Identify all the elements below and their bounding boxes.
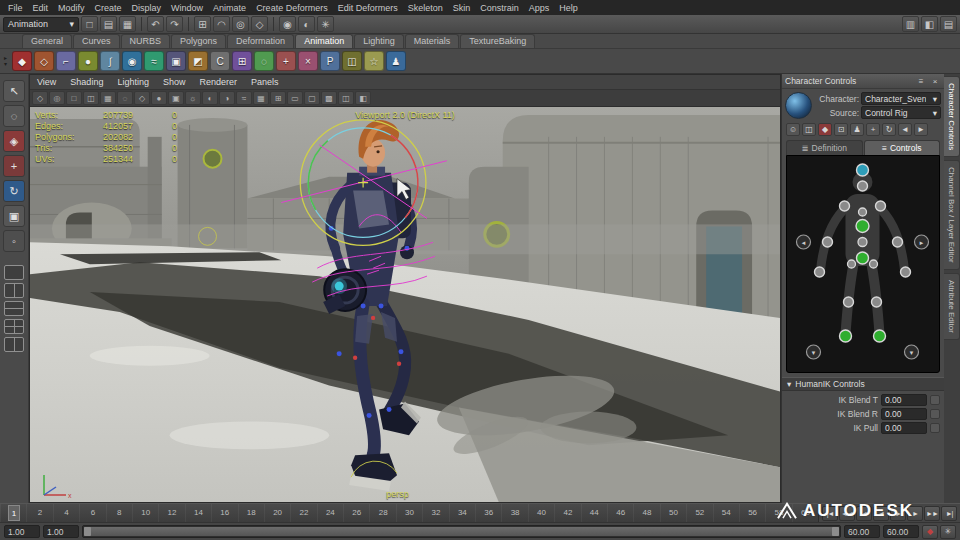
menu-help[interactable]: Help (554, 3, 583, 13)
paint-select-tool-icon[interactable]: ◈ (3, 130, 25, 152)
menu-create-deformers[interactable]: Create Deformers (251, 3, 333, 13)
shelf-pose-icon[interactable]: ☆ (364, 51, 384, 71)
snap-plane-icon[interactable]: ◇ (251, 16, 268, 32)
close-icon[interactable]: × (929, 75, 941, 87)
panel-menu-shading[interactable]: Shading (63, 77, 110, 87)
field-options-icon[interactable] (930, 395, 940, 405)
field-options-icon[interactable] (930, 409, 940, 419)
spine-lower-joint[interactable] (858, 238, 867, 247)
lighting-toggle-icon[interactable]: ☼ (185, 91, 201, 105)
shelf-tab-nurbs[interactable]: NURBS (121, 34, 171, 48)
left-foot-effector[interactable] (840, 330, 852, 342)
hik-prev-key-icon[interactable]: ◄ (898, 123, 912, 136)
range-handle-right[interactable] (832, 527, 839, 536)
panel-menu-icon[interactable]: ≡ (915, 75, 927, 87)
menu-set-dropdown[interactable]: Animation ▾ (3, 17, 79, 32)
rotate-tool-icon[interactable]: ↻ (3, 180, 25, 202)
select-tool-icon[interactable]: ↖ (3, 80, 25, 102)
hik-key-icon[interactable]: ◆ (818, 123, 832, 136)
menu-display[interactable]: Display (127, 3, 167, 13)
shelf-set-key-icon[interactable]: ◆ (12, 51, 32, 71)
source-dropdown[interactable]: Control Rig ▾ (861, 106, 941, 119)
layout-persp-outliner-button[interactable] (4, 337, 24, 352)
left-wrist-joint[interactable] (815, 267, 825, 277)
snap-curve-icon[interactable]: ◠ (213, 16, 230, 32)
left-knee-joint[interactable] (844, 297, 854, 307)
hik-select-all-icon[interactable]: ⊡ (834, 123, 848, 136)
menu-window[interactable]: Window (166, 3, 208, 13)
shelf-skin-bind-icon[interactable]: + (276, 51, 296, 71)
animation-preferences-icon[interactable]: ✳ (940, 525, 956, 539)
shelf-blend-shape-icon[interactable]: ◩ (188, 51, 208, 71)
viewport-canvas[interactable]: Verts:2077390Edges:4120570Polygons:20208… (30, 107, 780, 502)
shelf-hik-icon[interactable]: ♟ (386, 51, 406, 71)
panel-menu-renderer[interactable]: Renderer (192, 77, 244, 87)
go-to-end-button[interactable]: ►| (941, 506, 957, 521)
menu-skin[interactable]: Skin (448, 3, 476, 13)
menu-file[interactable]: File (3, 3, 28, 13)
layout-two-panes-stacked-button[interactable] (4, 301, 24, 316)
wireframe-mode-icon[interactable]: ◇ (134, 91, 150, 105)
redo-icon[interactable]: ↷ (166, 16, 183, 32)
range-handle-left[interactable] (84, 527, 91, 536)
field-options-icon[interactable] (930, 423, 940, 433)
multisample-icon[interactable]: ▦ (253, 91, 269, 105)
step-forward-key-button[interactable]: ►► (924, 506, 940, 521)
shelf-wrap-icon[interactable]: ◌ (254, 51, 274, 71)
tab-definition[interactable]: ≣Definition (786, 140, 863, 155)
left-shoulder-joint[interactable] (840, 201, 850, 211)
shelf-joint-icon[interactable]: ● (78, 51, 98, 71)
menu-modify[interactable]: Modify (53, 3, 90, 13)
layout-single-pane-button[interactable] (4, 265, 24, 280)
playback-end-field[interactable]: 60.00 (844, 525, 880, 538)
shelf-tab-general[interactable]: General (22, 34, 72, 48)
shelf-tab-polygons[interactable]: Polygons (171, 34, 226, 48)
menu-create[interactable]: Create (90, 3, 127, 13)
screen-ao-icon[interactable]: ◑ (219, 91, 235, 105)
field-chart-icon[interactable]: ◫ (338, 91, 354, 105)
time-slider-ruler[interactable]: 1 02468101214161820222426283032343638404… (0, 504, 819, 522)
shelf-ik-spline-icon[interactable]: ∫ (100, 51, 120, 71)
last-tool-icon[interactable]: ◦ (3, 230, 25, 252)
shelf-motion-path-icon[interactable]: ≈ (144, 51, 164, 71)
image-plane-icon[interactable]: ▦ (100, 91, 116, 105)
head-effector[interactable] (857, 164, 869, 176)
shelf-detach-skin-icon[interactable]: × (298, 51, 318, 71)
hik-start-pose-icon[interactable]: ☺ (786, 123, 800, 136)
hik-pin-translate-icon[interactable]: + (866, 123, 880, 136)
ik-blend-r-input[interactable]: 0.00 (881, 408, 927, 420)
shelf-constraint-icon[interactable]: ◉ (122, 51, 142, 71)
sidebar-tab-character-controls[interactable]: Character Controls (944, 76, 960, 157)
hik-pin-rotate-icon[interactable]: ↻ (882, 123, 896, 136)
menu-constrain[interactable]: Constrain (475, 3, 524, 13)
humanik-character-picker[interactable]: ◄ ► ▼ ▼ (786, 155, 940, 373)
shelf-tab-lighting[interactable]: Lighting (354, 34, 404, 48)
shelf-paint-weights-icon[interactable]: P (320, 51, 340, 71)
menu-apps[interactable]: Apps (524, 3, 555, 13)
grid-toggle-icon[interactable]: ⊞ (270, 91, 286, 105)
move-tool-icon[interactable]: + (3, 155, 25, 177)
render-settings-icon[interactable]: ✳ (317, 16, 334, 32)
left-elbow-joint[interactable] (823, 237, 833, 247)
current-time-indicator[interactable]: 1 (8, 505, 20, 521)
shelf-menu-icon[interactable]: ▸▾ (4, 55, 7, 67)
shelf-tab-materials[interactable]: Materials (405, 34, 460, 48)
menu-skeleton[interactable]: Skeleton (403, 3, 448, 13)
head-joint[interactable] (858, 181, 868, 191)
shadows-toggle-icon[interactable]: ◐ (202, 91, 218, 105)
right-hip-joint[interactable] (870, 260, 878, 268)
sidebar-tab-attribute-editor[interactable]: Attribute Editor (944, 273, 960, 340)
hik-mirror-icon[interactable]: ◫ (802, 123, 816, 136)
character-dropdown[interactable]: Character_Sven ▾ (861, 92, 941, 105)
snap-grid-icon[interactable]: ⊞ (194, 16, 211, 32)
smooth-shade-icon[interactable]: ● (151, 91, 167, 105)
lock-camera-icon[interactable]: ◎ (49, 91, 65, 105)
shelf-tab-texturebaking[interactable]: TextureBaking (460, 34, 535, 48)
menu-edit[interactable]: Edit (28, 3, 54, 13)
menu-edit-deformers[interactable]: Edit Deformers (333, 3, 403, 13)
save-scene-icon[interactable]: ▦ (119, 16, 136, 32)
new-scene-icon[interactable]: □ (81, 16, 98, 32)
panel-menu-show[interactable]: Show (156, 77, 193, 87)
render-icon[interactable]: ◉ (279, 16, 296, 32)
spine-upper-joint[interactable] (859, 208, 867, 216)
